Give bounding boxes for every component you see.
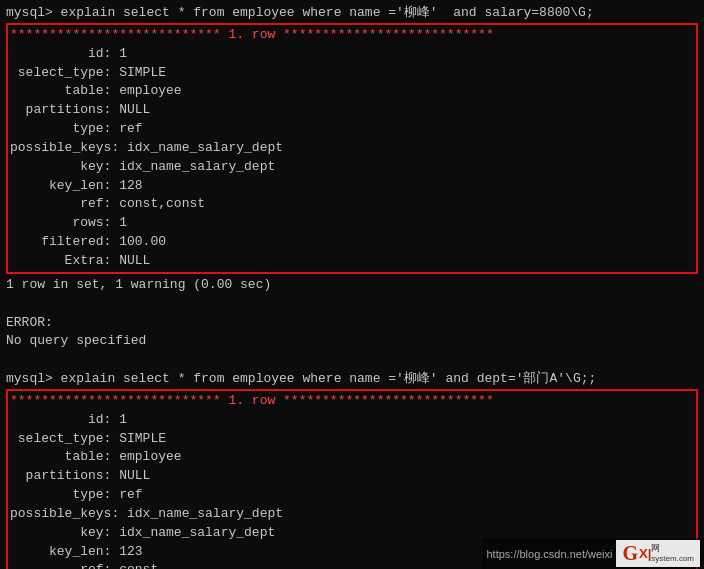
result-filtered-1: filtered: 100.00 xyxy=(10,233,694,252)
result-extra-1: Extra: NULL xyxy=(10,252,694,271)
result-partitions-1: partitions: NULL xyxy=(10,101,694,120)
result-ref-1: ref: const,const xyxy=(10,195,694,214)
result-select-type-2: select_type: SIMPLE xyxy=(10,430,694,449)
result-rows-1: rows: 1 xyxy=(10,214,694,233)
watermark: https://blog.csdn.net/weixi G X| 网 syste… xyxy=(482,538,704,569)
error-message: No query specified xyxy=(6,332,698,351)
result-block-1: *************************** 1. row *****… xyxy=(6,23,698,274)
separator-1: *************************** 1. row *****… xyxy=(10,26,694,45)
terminal-window: mysql> explain select * from employee wh… xyxy=(0,0,704,569)
logo-network-text: 网 system.com xyxy=(651,543,694,563)
result-id-2: id: 1 xyxy=(10,411,694,430)
logo-g-letter: G xyxy=(622,542,638,565)
result-select-type-1: select_type: SIMPLE xyxy=(10,64,694,83)
logo-site-url: system.com xyxy=(651,554,694,564)
error-label: ERROR: xyxy=(6,314,698,333)
result-possible-keys-1: possible_keys: idx_name_salary_dept xyxy=(10,139,694,158)
row-count-1: 1 row in set, 1 warning (0.00 sec) xyxy=(6,276,698,295)
result-type-2: type: ref xyxy=(10,486,694,505)
blank-2 xyxy=(6,351,698,370)
watermark-url: https://blog.csdn.net/weixi xyxy=(486,548,612,560)
command-line-1: mysql> explain select * from employee wh… xyxy=(6,4,698,23)
result-type-1: type: ref xyxy=(10,120,694,139)
result-table-1: table: employee xyxy=(10,82,694,101)
watermark-logo: G X| 网 system.com xyxy=(616,540,700,567)
command-line-2: mysql> explain select * from employee wh… xyxy=(6,370,698,389)
result-possible-keys-2: possible_keys: idx_name_salary_dept xyxy=(10,505,694,524)
result-key-len-1: key_len: 128 xyxy=(10,177,694,196)
blank-1 xyxy=(6,295,698,314)
separator-2: *************************** 1. row *****… xyxy=(10,392,694,411)
result-id-1: id: 1 xyxy=(10,45,694,64)
result-table-2: table: employee xyxy=(10,448,694,467)
logo-xi-text: X| xyxy=(639,546,651,561)
result-partitions-2: partitions: NULL xyxy=(10,467,694,486)
result-key-1: key: idx_name_salary_dept xyxy=(10,158,694,177)
logo-net-cn: 网 xyxy=(651,543,694,554)
